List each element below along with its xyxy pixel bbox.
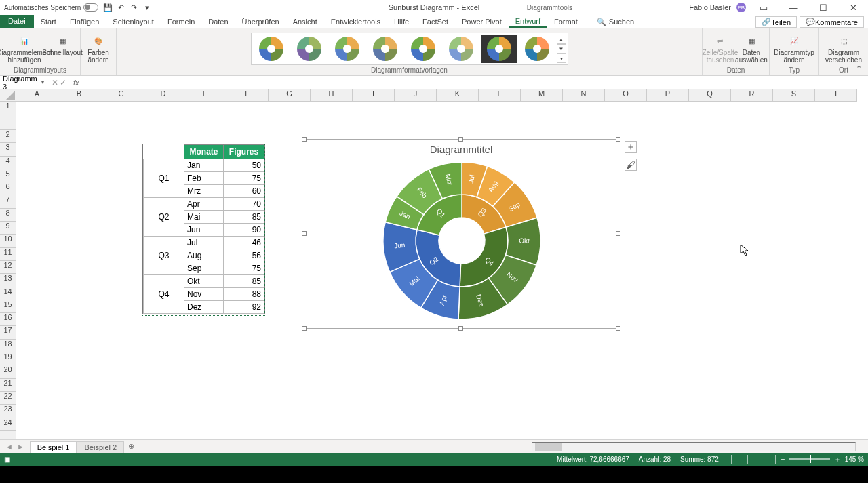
style-thumb-4[interactable] xyxy=(367,35,403,63)
resize-handle[interactable] xyxy=(458,137,463,142)
sheet-add-icon[interactable]: ⊕ xyxy=(124,440,138,453)
row-header[interactable]: 9 xyxy=(0,222,16,235)
resize-handle[interactable] xyxy=(616,326,620,331)
user-avatar[interactable]: FB xyxy=(736,3,746,12)
column-header[interactable]: F xyxy=(226,89,269,102)
row-header[interactable]: 6 xyxy=(0,182,16,195)
column-header[interactable]: P xyxy=(647,89,689,102)
view-page-layout-icon[interactable] xyxy=(747,455,760,464)
sheet-nav-next-icon[interactable]: ► xyxy=(17,443,24,451)
collapse-ribbon-icon[interactable]: ⌃ xyxy=(856,64,865,74)
row-header[interactable]: 5 xyxy=(0,169,16,182)
comments-button[interactable]: 💬 Kommentare xyxy=(800,16,864,28)
row-header[interactable]: 14 xyxy=(0,287,16,300)
resize-handle[interactable] xyxy=(458,326,463,331)
row-header[interactable]: 7 xyxy=(0,195,16,208)
zoom-slider[interactable] xyxy=(789,458,830,460)
select-data-button[interactable]: ▦ Daten auswählen xyxy=(736,33,766,64)
formula-input[interactable] xyxy=(82,76,868,89)
row-header[interactable]: 13 xyxy=(0,274,16,287)
style-thumb-5[interactable] xyxy=(405,35,441,63)
row-header[interactable]: 10 xyxy=(0,235,16,247)
column-header[interactable]: B xyxy=(58,89,100,102)
row-header[interactable]: 16 xyxy=(0,313,16,326)
toggle-off-icon[interactable] xyxy=(83,3,98,12)
row-header[interactable]: 23 xyxy=(0,405,16,418)
sheet-tab-active[interactable]: Beispiel 1 xyxy=(30,441,77,453)
column-header[interactable]: L xyxy=(479,89,521,102)
tab-einfuegen[interactable]: Einfügen xyxy=(63,14,106,28)
row-header[interactable]: 2 xyxy=(0,130,16,143)
chart-brush-icon[interactable]: 🖌 xyxy=(625,159,637,171)
style-thumb-1[interactable] xyxy=(253,35,290,63)
resize-handle[interactable] xyxy=(616,231,620,236)
share-button[interactable]: 🔗 Teilen xyxy=(755,16,797,28)
sheet-nav-prev-icon[interactable]: ◄ xyxy=(5,443,13,451)
row-header[interactable]: 17 xyxy=(0,326,16,339)
quick-layout-button[interactable]: ▦ Schnelllayout xyxy=(47,33,77,56)
column-header[interactable]: H xyxy=(311,89,353,102)
minimize-icon[interactable]: — xyxy=(781,1,806,14)
view-normal-icon[interactable] xyxy=(731,455,743,464)
tab-format[interactable]: Format xyxy=(547,14,585,28)
tab-formeln[interactable]: Formeln xyxy=(161,14,201,28)
column-header[interactable]: N xyxy=(563,89,605,102)
maximize-icon[interactable]: ☐ xyxy=(811,1,835,14)
column-header[interactable]: M xyxy=(521,89,563,102)
change-colors-button[interactable]: 🎨 Farben ändern xyxy=(83,33,113,64)
horizontal-scrollbar[interactable] xyxy=(532,442,856,451)
move-chart-button[interactable]: ⬚ Diagramm verschieben xyxy=(822,33,865,64)
tab-ueberpruefen[interactable]: Überprüfen xyxy=(235,14,286,28)
change-chart-type-button[interactable]: 📈 Diagrammtyp ändern xyxy=(772,33,816,64)
row-header[interactable]: 18 xyxy=(0,340,16,352)
style-thumb-2[interactable] xyxy=(291,35,328,63)
ribbon-mode-icon[interactable]: ▭ xyxy=(751,1,776,14)
row-header[interactable]: 20 xyxy=(0,365,16,378)
autosave-toggle[interactable]: Automatisches Speichern xyxy=(4,3,98,12)
row-header[interactable]: 3 xyxy=(0,143,16,156)
tab-hilfe[interactable]: Hilfe xyxy=(387,14,416,28)
column-header[interactable]: S xyxy=(773,89,815,102)
user-name[interactable]: Fabio Basler xyxy=(689,3,731,12)
row-header[interactable]: 4 xyxy=(0,157,16,169)
column-header[interactable]: E xyxy=(184,89,226,102)
zoom-level[interactable]: 145 % xyxy=(845,455,864,463)
name-box[interactable]: Diagramm 3 xyxy=(0,76,47,89)
row-header[interactable]: 24 xyxy=(0,418,16,431)
row-header[interactable]: 12 xyxy=(0,261,16,274)
tab-seitenlayout[interactable]: Seitenlayout xyxy=(106,14,161,28)
column-headers[interactable]: ABCDEFGHIJKLMNOPQRST xyxy=(16,89,857,102)
column-header[interactable]: G xyxy=(269,89,311,102)
gallery-more-icon[interactable]: ▾ xyxy=(557,54,566,63)
column-header[interactable]: I xyxy=(353,89,395,102)
tab-daten[interactable]: Daten xyxy=(201,14,235,28)
style-thumb-7[interactable] xyxy=(481,35,517,63)
chart-style-gallery[interactable]: ▲ ▼ ▾ xyxy=(251,33,568,65)
tab-ansicht[interactable]: Ansicht xyxy=(286,14,324,28)
record-macro-icon[interactable]: ▣ xyxy=(4,455,10,463)
column-header[interactable]: C xyxy=(100,89,142,102)
undo-icon[interactable]: ↶ xyxy=(115,2,126,13)
row-header[interactable]: 11 xyxy=(0,248,16,261)
resize-handle[interactable] xyxy=(616,137,620,142)
column-header[interactable]: Q xyxy=(689,89,731,102)
style-thumb-3[interactable] xyxy=(329,35,366,63)
style-thumb-6[interactable] xyxy=(443,35,479,63)
worksheet-grid[interactable]: 123456789101112131415161718192021222324 … xyxy=(0,102,868,439)
style-thumb-8[interactable] xyxy=(519,35,555,63)
sunburst-chart[interactable]: Q3JulAugSepQ4OktNovDezQ2AprMaiJunQ1JanFe… xyxy=(304,157,619,325)
view-page-break-icon[interactable] xyxy=(764,455,776,464)
row-headers[interactable]: 123456789101112131415161718192021222324 xyxy=(0,102,16,439)
save-icon[interactable]: 💾 xyxy=(102,2,113,13)
sheet-tab-other[interactable]: Beispiel 2 xyxy=(77,441,124,453)
gallery-down-icon[interactable]: ▼ xyxy=(557,44,566,54)
zoom-in-icon[interactable]: ＋ xyxy=(834,455,841,464)
zoom-out-icon[interactable]: − xyxy=(781,455,785,463)
redo-icon[interactable]: ↷ xyxy=(129,2,140,13)
row-header[interactable]: 8 xyxy=(0,209,16,222)
chart-object[interactable]: Diagrammtitel Q3JulAugSepQ4OktNovDezQ2Ap… xyxy=(304,139,618,329)
select-all-corner[interactable] xyxy=(0,89,16,102)
row-header[interactable]: 15 xyxy=(0,300,16,313)
row-header[interactable]: 1 xyxy=(0,102,16,130)
column-header[interactable]: T xyxy=(815,89,857,102)
